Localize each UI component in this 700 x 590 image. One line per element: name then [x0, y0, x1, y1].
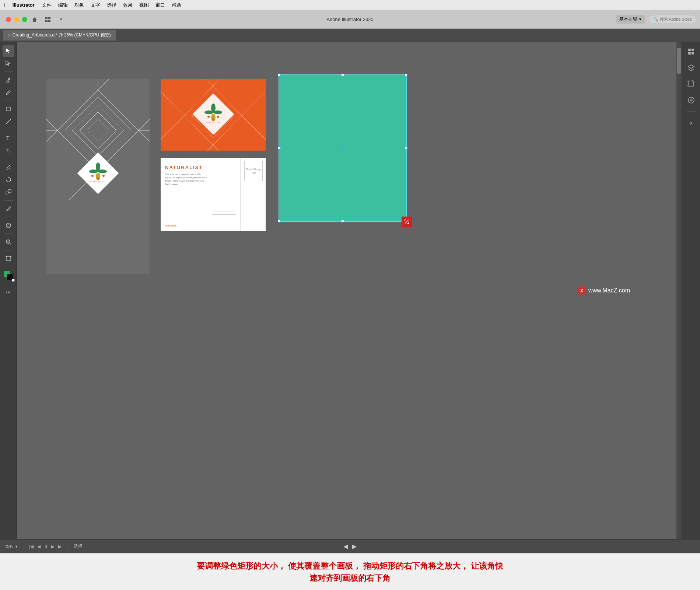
- svg-marker-27: [87, 119, 109, 141]
- svg-point-61: [213, 110, 222, 114]
- pencil-tool[interactable]: [3, 87, 14, 98]
- direct-selection-tool[interactable]: [3, 57, 14, 69]
- selection-handle-mr[interactable]: [405, 147, 407, 150]
- toolbar-icons: ▼: [29, 14, 66, 25]
- svg-line-32: [139, 94, 150, 130]
- menu-effect[interactable]: 效果: [123, 2, 133, 8]
- artboards-panel-btn[interactable]: [685, 77, 698, 91]
- instruction-bar: 要调整绿色矩形的大小， 使其覆盖整个画板， 拖动矩形的右下角将之放大， 让该角快…: [0, 553, 700, 590]
- menu-select[interactable]: 选择: [107, 2, 116, 8]
- artboard-postcard: Place Stamp Here NATURALIST Live a life …: [161, 158, 266, 231]
- maximize-button[interactable]: [22, 17, 27, 22]
- dropdown-chevron-icon[interactable]: ▼: [56, 14, 66, 25]
- layers-panel-btn[interactable]: [685, 61, 698, 74]
- selection-mode[interactable]: 选择: [74, 543, 83, 549]
- tool-separator-7: [4, 233, 13, 234]
- watermark: Z www.MacZ.com: [577, 286, 630, 295]
- svg-point-40: [89, 169, 98, 173]
- prev-artboard-btn[interactable]: ◀: [343, 543, 348, 550]
- svg-text:T: T: [6, 148, 9, 153]
- status-bar: 25% ▼ | |◀ ◀ 3 ▶ ▶| | 选择 ◀ ▶: [0, 539, 700, 553]
- line-tool[interactable]: [3, 116, 14, 127]
- eyedropper-tool[interactable]: [3, 203, 14, 215]
- selection-handle-bm[interactable]: [341, 220, 344, 222]
- playback-controls: ◀ ▶: [343, 543, 357, 550]
- svg-rect-75: [688, 81, 693, 86]
- color-fill-stroke[interactable]: [4, 271, 13, 280]
- rectangle-tool[interactable]: [3, 103, 14, 115]
- more-tools-icon[interactable]: •••: [3, 287, 14, 298]
- close-button[interactable]: [6, 17, 11, 22]
- home-icon[interactable]: [29, 14, 40, 25]
- selection-handle-tm[interactable]: [341, 74, 344, 77]
- next-artboard-btn[interactable]: ▶: [352, 543, 357, 550]
- menu-text[interactable]: 文字: [91, 2, 100, 8]
- vertical-scrollbar[interactable]: [676, 42, 682, 539]
- app-name[interactable]: Illustrator: [13, 2, 35, 8]
- menu-help[interactable]: 帮助: [172, 2, 181, 8]
- type-tool[interactable]: T: [3, 132, 14, 144]
- page-number: 3: [43, 544, 49, 549]
- selection-handle-tl[interactable]: [278, 74, 281, 77]
- artboard-tool[interactable]: [3, 253, 14, 264]
- tab-creating-artboards[interactable]: × Creating_Artboards.ai* @ 25% (CMYK/GPU…: [3, 30, 116, 41]
- rotate-tool[interactable]: [3, 174, 14, 186]
- instruction-text: 要调整绿色矩形的大小， 使其覆盖整个画板， 拖动矩形的右下角将之放大， 让该角快…: [11, 560, 689, 584]
- zoom-control[interactable]: 25% ▼: [4, 544, 18, 549]
- svg-point-12: [6, 223, 11, 228]
- minimize-button[interactable]: [14, 17, 19, 22]
- artboard-teal-selected[interactable]: [279, 74, 407, 222]
- svg-line-55: [213, 79, 238, 86]
- next-page-btn[interactable]: ▶: [50, 544, 56, 549]
- svg-line-54: [188, 79, 213, 86]
- svg-line-6: [6, 119, 11, 124]
- zoom-value[interactable]: 25%: [4, 544, 13, 549]
- tab-close-icon[interactable]: ×: [8, 33, 10, 37]
- selection-handle-ml[interactable]: [278, 147, 281, 150]
- tool-separator-5: [4, 200, 13, 201]
- grid-view-icon[interactable]: [43, 14, 53, 25]
- prev-page-btn[interactable]: ◀: [36, 544, 42, 549]
- symbol-sprayer-tool[interactable]: [3, 220, 14, 231]
- apple-menu[interactable]: : [4, 2, 7, 8]
- pen-tool[interactable]: [3, 74, 14, 86]
- svg-marker-72: [688, 65, 694, 69]
- scale-tool[interactable]: [3, 186, 14, 198]
- menu-window[interactable]: 窗口: [155, 2, 165, 8]
- main-area: T T: [0, 42, 700, 539]
- app-title: Adobe Illustrator 2020: [326, 17, 373, 22]
- titlebar: ▼ Adobe Illustrator 2020 基本功能 ▼ 🔍 搜索 Ado…: [0, 10, 700, 29]
- menu-view[interactable]: 视图: [139, 2, 149, 8]
- menu-edit[interactable]: 编辑: [58, 2, 68, 8]
- zoom-tool[interactable]: [3, 236, 14, 248]
- scrollbar-thumb-v[interactable]: [677, 48, 681, 74]
- adobe-stock-search[interactable]: 🔍 搜索 Adobe Stock: [650, 15, 696, 23]
- menu-file[interactable]: 文件: [42, 2, 52, 8]
- zoom-chevron-icon[interactable]: ▼: [15, 545, 18, 548]
- svg-line-50: [242, 92, 266, 116]
- workspace-selector[interactable]: 基本功能 ▼: [616, 15, 645, 24]
- touch-type-tool[interactable]: T: [3, 145, 14, 157]
- selection-tool[interactable]: [3, 45, 14, 57]
- tab-label: Creating_Artboards.ai* @ 25% (CMYK/GPU 预…: [13, 32, 111, 38]
- svg-line-57: [213, 145, 238, 151]
- svg-line-15: [10, 243, 11, 245]
- resize-corner-icon[interactable]: [402, 217, 412, 227]
- selection-handle-tr[interactable]: [405, 74, 407, 77]
- menu-object[interactable]: 对象: [74, 2, 84, 8]
- svg-rect-2: [45, 20, 48, 22]
- svg-text:T: T: [6, 136, 10, 141]
- svg-text:NATURALISTS: NATURALISTS: [90, 180, 106, 183]
- canvas-area[interactable]: NATURALISTS: [17, 42, 682, 539]
- collapse-panel-icon[interactable]: «: [685, 116, 698, 129]
- last-page-btn[interactable]: ▶|: [57, 544, 64, 549]
- svg-point-43: [91, 175, 94, 177]
- first-page-btn[interactable]: |◀: [28, 544, 35, 549]
- appearance-panel-btn[interactable]: [685, 94, 698, 107]
- blob-brush-tool[interactable]: [3, 161, 14, 173]
- center-point: [342, 147, 344, 149]
- separator-2: |: [67, 544, 71, 549]
- selection-handle-bl[interactable]: [278, 220, 281, 222]
- properties-panel-btn[interactable]: [685, 45, 698, 58]
- svg-point-65: [212, 119, 214, 121]
